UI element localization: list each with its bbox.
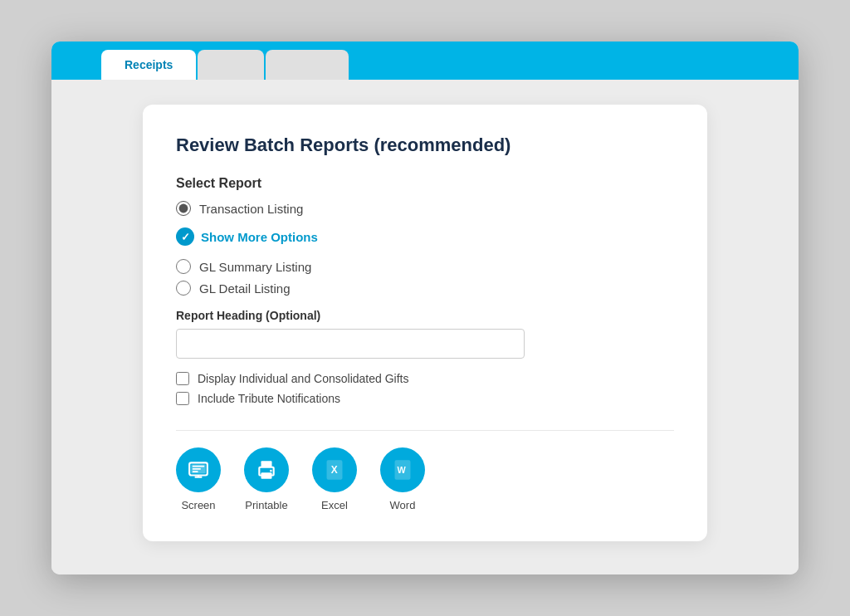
show-more-button[interactable]: ✓ Show More Options xyxy=(176,227,318,246)
printable-button[interactable]: Printable xyxy=(244,447,289,511)
tab-3[interactable] xyxy=(266,50,349,80)
checkbox-individual-gifts[interactable]: Display Individual and Consolidated Gift… xyxy=(176,372,674,385)
excel-button-label: Excel xyxy=(321,499,348,511)
radio-transaction-input[interactable] xyxy=(176,201,191,216)
show-more-label: Show More Options xyxy=(201,230,318,244)
excel-icon: X xyxy=(324,459,345,481)
tab-receipts[interactable]: Receipts xyxy=(101,50,196,80)
dialog-title: Review Batch Reports (recommended) xyxy=(176,134,674,156)
checkbox-tribute-notifications[interactable]: Include Tribute Notifications xyxy=(176,392,674,405)
word-icon: W xyxy=(392,459,413,481)
svg-rect-4 xyxy=(261,461,272,467)
browser-body: Review Batch Reports (recommended) Selec… xyxy=(51,80,799,574)
report-heading-input[interactable] xyxy=(176,329,525,359)
print-icon xyxy=(256,459,277,481)
checkbox-individual-input[interactable] xyxy=(176,372,189,385)
svg-text:X: X xyxy=(331,464,338,476)
checkbox-tribute-label: Include Tribute Notifications xyxy=(198,392,340,405)
dialog-card: Review Batch Reports (recommended) Selec… xyxy=(143,105,707,541)
show-more-icon: ✓ xyxy=(176,227,194,246)
excel-button-circle: X xyxy=(312,447,357,492)
radio-gl-summary-input[interactable] xyxy=(176,259,191,274)
checkbox-tribute-input[interactable] xyxy=(176,392,189,405)
action-buttons-row: Screen Printable xyxy=(176,430,674,511)
screen-button-label: Screen xyxy=(181,499,215,511)
browser-window: Receipts Review Batch Reports (recommend… xyxy=(51,42,799,574)
report-heading-label: Report Heading (Optional) xyxy=(176,309,674,322)
word-button[interactable]: W Word xyxy=(380,447,425,511)
radio-transaction-listing[interactable]: Transaction Listing xyxy=(176,201,674,216)
radio-gl-detail-label: GL Detail Listing xyxy=(199,281,291,296)
screen-button-circle xyxy=(176,447,221,492)
excel-button[interactable]: X Excel xyxy=(312,447,357,511)
tab-2[interactable] xyxy=(198,50,264,80)
radio-transaction-label: Transaction Listing xyxy=(199,202,303,216)
checkbox-individual-label: Display Individual and Consolidated Gift… xyxy=(198,372,408,385)
radio-gl-detail[interactable]: GL Detail Listing xyxy=(176,281,674,296)
svg-point-7 xyxy=(270,470,272,472)
tab-bar: Receipts xyxy=(51,42,799,80)
svg-rect-6 xyxy=(261,472,272,479)
select-report-label: Select Report xyxy=(176,176,674,191)
tab-receipts-label: Receipts xyxy=(125,58,173,71)
svg-text:W: W xyxy=(398,465,407,475)
printable-button-circle xyxy=(244,447,289,492)
printable-button-label: Printable xyxy=(245,499,287,511)
radio-gl-summary[interactable]: GL Summary Listing xyxy=(176,259,674,274)
word-button-label: Word xyxy=(390,499,416,511)
screen-icon xyxy=(188,459,209,481)
radio-gl-detail-input[interactable] xyxy=(176,281,191,296)
screen-button[interactable]: Screen xyxy=(176,447,221,511)
radio-gl-summary-label: GL Summary Listing xyxy=(199,260,311,274)
word-button-circle: W xyxy=(380,447,425,492)
